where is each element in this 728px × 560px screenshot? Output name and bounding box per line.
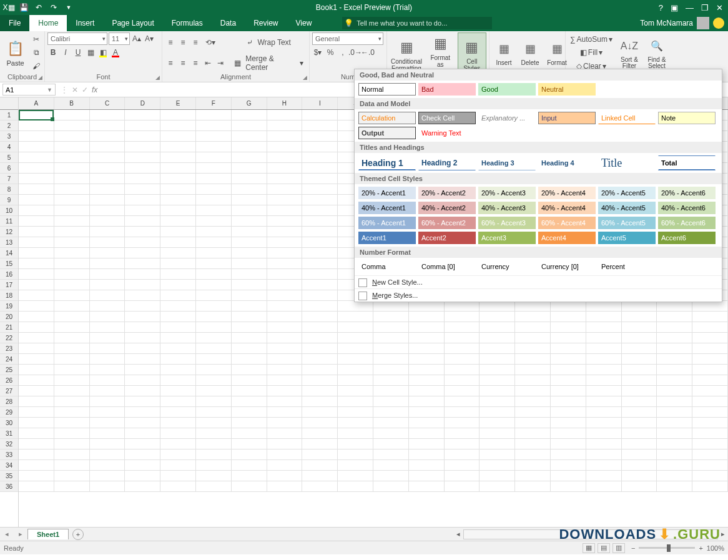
cell[interactable] bbox=[338, 418, 373, 428]
cell[interactable] bbox=[90, 449, 125, 459]
cell[interactable] bbox=[196, 396, 232, 406]
zoom-level[interactable]: 100% bbox=[707, 544, 724, 552]
cell[interactable] bbox=[692, 481, 728, 491]
cell[interactable] bbox=[232, 365, 267, 375]
cell[interactable] bbox=[480, 354, 515, 364]
cell[interactable] bbox=[232, 142, 267, 152]
cell[interactable] bbox=[409, 386, 445, 396]
row-header[interactable]: 33 bbox=[0, 449, 18, 460]
cell[interactable] bbox=[125, 471, 160, 481]
cell[interactable] bbox=[445, 354, 480, 364]
cell[interactable] bbox=[515, 365, 551, 375]
cell[interactable] bbox=[622, 354, 657, 364]
align-top-icon[interactable]: ≡ bbox=[165, 37, 176, 48]
cell[interactable] bbox=[338, 396, 373, 406]
cell[interactable] bbox=[515, 439, 551, 449]
cell[interactable] bbox=[160, 237, 196, 247]
style-option[interactable]: Bad bbox=[418, 83, 476, 96]
cell[interactable] bbox=[160, 227, 196, 237]
cell[interactable] bbox=[445, 301, 480, 311]
cell[interactable] bbox=[409, 322, 445, 332]
underline-button[interactable]: U bbox=[72, 47, 84, 58]
cell[interactable] bbox=[196, 301, 232, 311]
cell[interactable] bbox=[125, 354, 160, 364]
cell[interactable] bbox=[19, 439, 54, 449]
style-option[interactable]: 40% - Accent3 bbox=[478, 202, 536, 214]
cell[interactable] bbox=[586, 471, 622, 481]
cell[interactable] bbox=[125, 110, 160, 120]
cell[interactable] bbox=[160, 258, 196, 268]
cell[interactable] bbox=[19, 312, 54, 322]
cell[interactable] bbox=[302, 142, 338, 152]
cell[interactable] bbox=[19, 407, 54, 417]
cell[interactable] bbox=[445, 460, 480, 470]
fill-color-button[interactable]: ◧ bbox=[97, 47, 109, 58]
cell[interactable] bbox=[19, 333, 54, 343]
cell[interactable] bbox=[90, 407, 125, 417]
cell[interactable] bbox=[267, 195, 303, 205]
cell[interactable] bbox=[196, 216, 232, 226]
cell[interactable] bbox=[338, 365, 373, 375]
cell[interactable] bbox=[19, 365, 54, 375]
cell[interactable] bbox=[445, 365, 480, 375]
row-header[interactable]: 13 bbox=[0, 237, 18, 248]
cell[interactable] bbox=[622, 386, 657, 396]
cell[interactable] bbox=[373, 418, 409, 428]
cell[interactable] bbox=[409, 428, 445, 438]
cell[interactable] bbox=[160, 248, 196, 258]
cell[interactable] bbox=[90, 481, 125, 491]
cell[interactable] bbox=[480, 375, 515, 385]
cell[interactable] bbox=[267, 460, 303, 470]
cell[interactable] bbox=[90, 163, 125, 173]
cell[interactable] bbox=[125, 131, 160, 141]
cell[interactable] bbox=[657, 386, 692, 396]
number-format-combo[interactable]: General bbox=[312, 32, 383, 45]
style-option[interactable]: Title bbox=[598, 155, 656, 170]
style-option[interactable]: 60% - Accent4 bbox=[538, 217, 596, 229]
cell[interactable] bbox=[338, 471, 373, 481]
cell[interactable] bbox=[19, 120, 54, 130]
cell[interactable] bbox=[622, 428, 657, 438]
cell[interactable] bbox=[373, 481, 409, 491]
cell[interactable] bbox=[232, 227, 267, 237]
cell[interactable] bbox=[232, 184, 267, 194]
style-option[interactable]: Warning Text bbox=[418, 127, 476, 139]
cell[interactable] bbox=[302, 195, 338, 205]
cell[interactable] bbox=[622, 449, 657, 459]
cell[interactable] bbox=[54, 248, 90, 258]
cell[interactable] bbox=[622, 322, 657, 332]
cell[interactable] bbox=[445, 343, 480, 353]
cell[interactable] bbox=[480, 312, 515, 322]
cell[interactable] bbox=[196, 333, 232, 343]
cell[interactable] bbox=[409, 418, 445, 428]
cell[interactable] bbox=[232, 396, 267, 406]
font-color-button[interactable]: A bbox=[110, 47, 121, 58]
cell[interactable] bbox=[622, 471, 657, 481]
cell[interactable] bbox=[196, 439, 232, 449]
cell[interactable] bbox=[232, 152, 267, 162]
cell[interactable] bbox=[54, 269, 90, 279]
style-option[interactable]: 40% - Accent4 bbox=[538, 202, 596, 214]
cell[interactable] bbox=[622, 439, 657, 449]
cell[interactable] bbox=[232, 439, 267, 449]
cell[interactable] bbox=[160, 481, 196, 491]
cell[interactable] bbox=[196, 449, 232, 459]
cell[interactable] bbox=[551, 375, 586, 385]
cell[interactable] bbox=[302, 163, 338, 173]
cell[interactable] bbox=[90, 142, 125, 152]
cell[interactable] bbox=[445, 322, 480, 332]
cell[interactable] bbox=[302, 386, 338, 396]
cell[interactable] bbox=[409, 449, 445, 459]
cell[interactable] bbox=[19, 248, 54, 258]
cell[interactable] bbox=[232, 248, 267, 258]
cell[interactable] bbox=[19, 301, 54, 311]
cell[interactable] bbox=[267, 301, 303, 311]
cell[interactable] bbox=[373, 471, 409, 481]
cell[interactable] bbox=[160, 439, 196, 449]
cell[interactable] bbox=[302, 301, 338, 311]
cell[interactable] bbox=[409, 460, 445, 470]
cell[interactable] bbox=[54, 407, 90, 417]
cell[interactable] bbox=[196, 460, 232, 470]
decrease-font-icon[interactable]: A▾ bbox=[144, 33, 155, 44]
cell[interactable] bbox=[515, 301, 551, 311]
